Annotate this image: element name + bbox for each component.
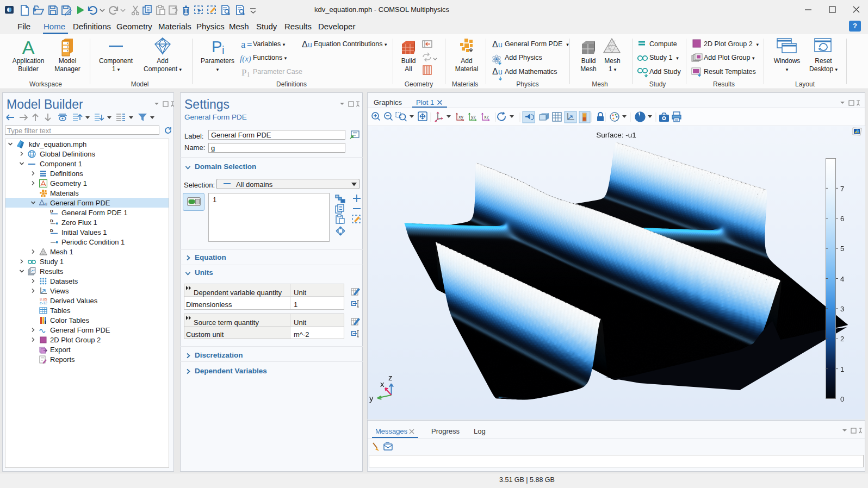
svg-text:yz: yz bbox=[471, 114, 476, 120]
svg-text:=: = bbox=[247, 40, 252, 49]
svg-text:f(x): f(x) bbox=[240, 54, 251, 64]
svg-text:y: y bbox=[369, 393, 374, 403]
svg-text:D: D bbox=[50, 218, 53, 223]
svg-text:xz: xz bbox=[484, 114, 489, 120]
svg-text:D: D bbox=[50, 228, 53, 233]
svg-text:u: u bbox=[498, 40, 503, 49]
svg-text:u: u bbox=[308, 40, 312, 49]
svg-text:Δ: Δ bbox=[302, 40, 308, 49]
svg-text:u: u bbox=[498, 67, 503, 76]
svg-text:xy: xy bbox=[458, 114, 464, 120]
svg-text:i: i bbox=[222, 43, 225, 56]
svg-text:P: P bbox=[212, 38, 222, 55]
svg-text:Δ: Δ bbox=[492, 67, 498, 76]
svg-text:i: i bbox=[247, 70, 250, 78]
svg-text:u: u bbox=[45, 201, 47, 207]
svg-text:e-12: e-12 bbox=[40, 301, 47, 305]
svg-text:x: x bbox=[380, 379, 385, 389]
svg-text:D: D bbox=[50, 209, 53, 214]
svg-text:P: P bbox=[241, 67, 246, 78]
svg-text:z: z bbox=[388, 373, 393, 382]
svg-text:8.85: 8.85 bbox=[40, 297, 47, 301]
svg-text:A: A bbox=[22, 37, 35, 58]
svg-text:a: a bbox=[241, 39, 246, 50]
svg-text:Δ: Δ bbox=[492, 40, 498, 49]
